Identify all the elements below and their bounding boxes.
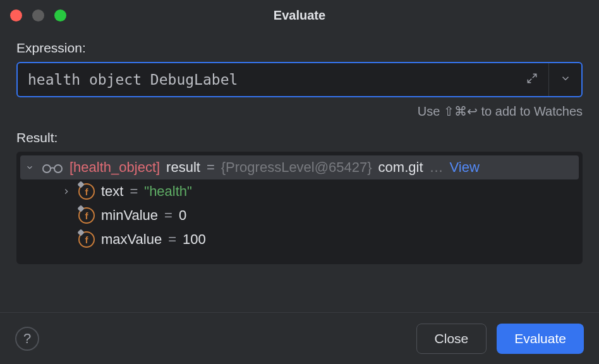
chevron-down-icon — [560, 73, 571, 87]
chevron-right-icon — [61, 187, 72, 196]
tree-field-row[interactable]: f maxValue = 100 — [16, 228, 583, 252]
svg-point-1 — [54, 165, 62, 173]
window-title: Evaluate — [0, 8, 599, 23]
close-button[interactable]: Close — [416, 324, 487, 354]
field-value: 100 — [183, 231, 206, 248]
field-icon: f — [78, 207, 95, 224]
equals-sign: = — [207, 159, 215, 176]
expand-expression-button[interactable] — [516, 63, 548, 96]
close-window-button[interactable] — [10, 9, 22, 21]
field-name: text — [101, 183, 123, 200]
result-root-row[interactable]: [health_object] result = {ProgressLevel@… — [20, 155, 579, 179]
object-reference: {ProgressLevel@65427} — [221, 159, 372, 176]
watches-hint: Use ⇧⌘↩ to add to Watches — [16, 104, 583, 119]
expression-history-dropdown[interactable] — [548, 63, 581, 96]
evaluate-button[interactable]: Evaluate — [497, 324, 584, 354]
object-summary: com.git — [378, 159, 423, 176]
help-icon: ? — [23, 331, 31, 347]
field-value: 0 — [179, 207, 186, 224]
result-var-name: result — [166, 159, 200, 176]
equals-sign: = — [130, 183, 138, 200]
result-tree: [health_object] result = {ProgressLevel@… — [16, 152, 583, 264]
field-icon: f — [78, 183, 95, 200]
expression-label: Expression: — [16, 40, 583, 56]
titlebar: Evaluate — [0, 0, 599, 30]
tree-field-row[interactable]: f minValue = 0 — [16, 203, 583, 228]
glasses-icon — [42, 161, 63, 174]
expression-field-container — [16, 62, 583, 97]
debug-label-tag: [health_object] — [70, 159, 160, 176]
svg-point-0 — [43, 165, 51, 173]
view-link[interactable]: View — [450, 159, 480, 176]
field-icon: f — [78, 231, 95, 248]
tree-field-row[interactable]: f text = "health" — [16, 179, 583, 203]
expand-icon — [526, 72, 538, 87]
help-button[interactable]: ? — [15, 327, 39, 351]
chevron-down-icon — [24, 163, 35, 172]
field-name: minValue — [101, 207, 158, 224]
field-value: "health" — [144, 183, 192, 200]
dialog-footer: ? Close Evaluate — [0, 312, 599, 364]
field-name: maxValue — [101, 231, 162, 248]
equals-sign: = — [168, 231, 176, 248]
zoom-window-button[interactable] — [54, 9, 66, 21]
expression-input[interactable] — [18, 63, 516, 96]
window-controls — [10, 9, 66, 21]
minimize-window-button[interactable] — [32, 9, 44, 21]
ellipsis: … — [430, 159, 444, 176]
result-label: Result: — [16, 130, 583, 145]
equals-sign: = — [164, 207, 172, 224]
